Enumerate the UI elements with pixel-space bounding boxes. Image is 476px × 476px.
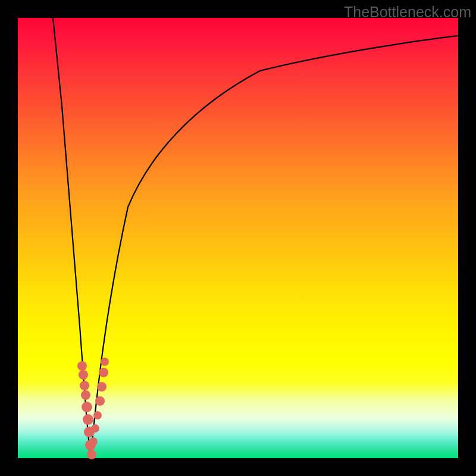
svg-point-5 [83,414,93,425]
svg-point-15 [101,358,109,366]
watermark-text: TheBottleneck.com [344,4,471,21]
svg-point-1 [79,370,88,380]
svg-point-3 [81,390,90,400]
chart-svg [18,18,458,458]
svg-point-12 [95,396,105,406]
svg-point-14 [99,368,108,377]
marker-cluster [77,358,109,459]
svg-point-2 [80,381,89,390]
svg-point-10 [91,424,99,433]
chart-frame: TheBottleneck.com [0,0,476,476]
svg-point-4 [82,402,92,412]
svg-point-13 [97,382,107,392]
svg-point-0 [77,361,87,371]
svg-point-9 [89,437,98,446]
curve-right-branch [90,36,458,458]
svg-point-8 [87,450,96,459]
svg-point-11 [93,411,102,419]
